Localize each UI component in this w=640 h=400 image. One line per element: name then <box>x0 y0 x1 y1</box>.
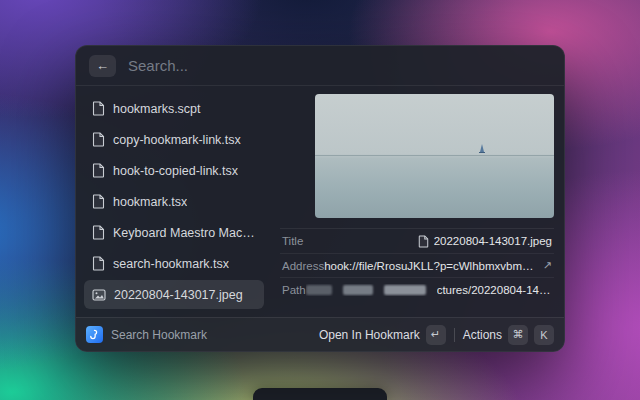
list-item[interactable]: hook-to-copied-link.tsx <box>84 156 264 185</box>
content-area: hookmarks.scpt copy-hookmark-link.tsx ho… <box>76 86 564 317</box>
primary-action-button[interactable]: Open In Hookmark ↵ <box>319 325 446 345</box>
list-item[interactable]: copy-hookmark-link.tsx <box>84 125 264 154</box>
image-file-icon <box>92 288 106 302</box>
file-icon <box>92 194 105 209</box>
k-key: K <box>534 325 554 345</box>
command-label: Search Hookmark <box>111 328 207 342</box>
file-icon <box>92 163 105 178</box>
metadata-table: Title 20220804-143017.jpeg Address hook:… <box>280 228 554 301</box>
detail-pane: Title 20220804-143017.jpeg Address hook:… <box>272 86 564 317</box>
meta-value-path: ctures/20220804-143017.jpeg <box>437 284 552 296</box>
footer-divider <box>454 328 455 342</box>
meta-row-address[interactable]: Address hook://file/RrosuJKLL?p=cWlhbmxv… <box>280 253 554 277</box>
redacted-segment <box>306 285 332 295</box>
hookmark-app-icon <box>86 326 103 343</box>
launcher-window: ← hookmarks.scpt copy-hookmark-link.tsx <box>75 45 565 352</box>
image-preview <box>315 94 554 218</box>
meta-value-address: hook://file/RrosuJKLL?p=cWlhbmxvbmcvUGlj… <box>324 260 538 272</box>
back-arrow-icon: ← <box>96 58 109 73</box>
actions-label: Actions <box>463 328 502 342</box>
meta-value-title: 20220804-143017.jpeg <box>434 235 552 247</box>
file-icon <box>92 101 105 116</box>
file-name: hookmarks.scpt <box>113 102 201 116</box>
list-item[interactable]: Keyboard Maestro Macros.k… <box>84 218 264 247</box>
meta-label: Address <box>282 260 324 272</box>
list-item-selected[interactable]: 20220804-143017.jpeg <box>84 280 264 309</box>
primary-action-label: Open In Hookmark <box>319 328 420 342</box>
file-name: 20220804-143017.jpeg <box>114 288 243 302</box>
meta-label: Title <box>282 235 303 247</box>
list-item[interactable]: search-hookmark.tsx <box>84 249 264 278</box>
file-name: Keyboard Maestro Macros.k… <box>113 226 256 240</box>
list-item[interactable]: hookmarks.scpt <box>84 94 264 123</box>
file-name: hook-to-copied-link.tsx <box>113 164 238 178</box>
background-window-edge <box>253 388 387 400</box>
file-name: search-hookmark.tsx <box>113 257 229 271</box>
enter-key-icon: ↵ <box>426 325 446 345</box>
search-header: ← <box>76 46 564 86</box>
horizon-line <box>315 155 554 156</box>
cmd-key-icon: ⌘ <box>508 325 528 345</box>
file-icon <box>92 225 105 240</box>
back-button[interactable]: ← <box>89 55 116 77</box>
sailboat <box>480 144 484 152</box>
file-name: hookmark.tsx <box>113 195 187 209</box>
external-link-icon: ↗ <box>543 259 552 272</box>
search-input[interactable] <box>128 57 551 74</box>
file-icon <box>92 256 105 271</box>
file-icon <box>418 235 429 248</box>
footer-actions: Open In Hookmark ↵ Actions ⌘ K <box>319 325 554 345</box>
redacted-segment <box>384 285 426 295</box>
meta-row-path: Path ctures/20220804-143017.jpeg <box>280 277 554 301</box>
action-bar: Search Hookmark Open In Hookmark ↵ Actio… <box>76 317 564 351</box>
file-name: copy-hookmark-link.tsx <box>113 133 241 147</box>
redacted-segment <box>343 285 373 295</box>
file-list: hookmarks.scpt copy-hookmark-link.tsx ho… <box>76 86 272 317</box>
meta-label: Path <box>282 284 306 296</box>
actions-menu-button[interactable]: Actions ⌘ K <box>463 325 554 345</box>
meta-row-title: Title 20220804-143017.jpeg <box>280 229 554 253</box>
file-icon <box>92 132 105 147</box>
list-item[interactable]: hookmark.tsx <box>84 187 264 216</box>
